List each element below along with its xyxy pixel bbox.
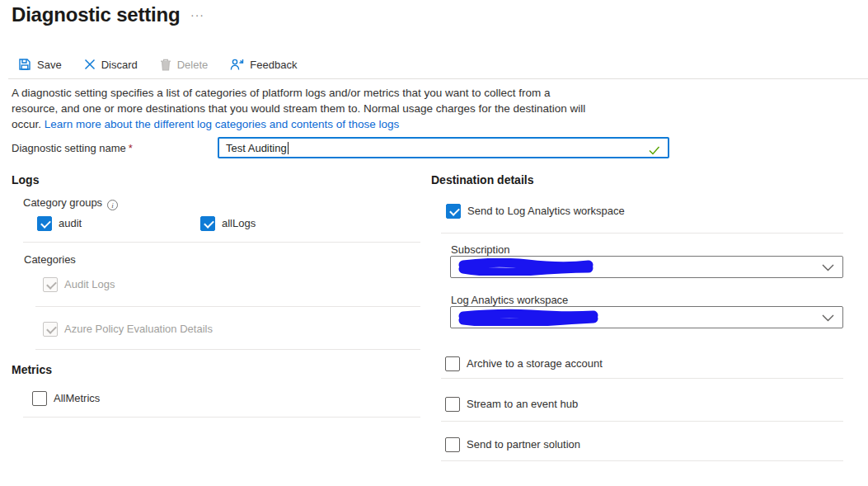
redacted-subscription-value xyxy=(457,258,595,276)
save-label: Save xyxy=(37,59,62,71)
partner-solution-label[interactable]: Send to partner solution xyxy=(467,437,580,452)
command-bar: Save Discard Delete Feedback xyxy=(18,54,297,75)
audit-label[interactable]: audit xyxy=(59,216,82,231)
page-description: A diagnostic setting specifies a list of… xyxy=(12,85,598,132)
delete-trash-icon xyxy=(160,59,171,71)
send-log-analytics-label[interactable]: Send to Log Analytics workspace xyxy=(467,204,625,219)
stream-event-hub-label[interactable]: Stream to an event hub xyxy=(467,397,578,412)
divider xyxy=(35,306,420,307)
save-floppy-icon xyxy=(18,58,31,71)
name-input-value: Test Auditing xyxy=(226,142,287,154)
checkbox-azure-policy: Azure Policy Evaluation Details xyxy=(43,322,213,337)
archive-storage-checkbox[interactable] xyxy=(445,356,460,371)
save-button[interactable]: Save xyxy=(18,58,62,71)
divider xyxy=(23,242,420,243)
category-groups-label: Category groupsi xyxy=(23,196,118,210)
logs-metrics-column: Logs Category groupsi audit allLogs Cate… xyxy=(12,169,420,433)
metrics-heading: Metrics xyxy=(12,363,52,376)
divider xyxy=(441,378,843,379)
learn-more-link[interactable]: Learn more about the different log categ… xyxy=(45,118,400,130)
workspace-label: Log Analytics workspace xyxy=(451,294,568,306)
checkbox-stream-event-hub[interactable]: Stream to an event hub xyxy=(445,397,578,412)
chevron-down-icon xyxy=(822,310,834,325)
categories-label: Categories xyxy=(24,253,76,266)
page-context-menu[interactable]: ··· xyxy=(190,8,204,21)
feedback-person-icon xyxy=(230,58,244,71)
page-title: Diagnostic setting xyxy=(12,3,180,26)
chevron-down-icon xyxy=(822,260,834,275)
name-field-label: Diagnostic setting name* xyxy=(12,142,133,154)
checkbox-audit-logs: Audit Logs xyxy=(43,277,115,292)
checkbox-partner-solution[interactable]: Send to partner solution xyxy=(445,437,580,452)
discard-label: Discard xyxy=(101,59,138,71)
send-log-analytics-checkbox[interactable] xyxy=(446,204,461,219)
feedback-button[interactable]: Feedback xyxy=(230,58,297,71)
subscription-label: Subscription xyxy=(451,243,510,256)
info-icon[interactable]: i xyxy=(107,200,118,210)
checkbox-audit[interactable]: audit xyxy=(37,216,82,231)
diagnostic-setting-name-input[interactable]: Test Auditing xyxy=(218,137,669,158)
checkbox-allmetrics[interactable]: AllMetrics xyxy=(32,391,100,406)
discard-button[interactable]: Discard xyxy=(84,59,138,71)
text-cursor xyxy=(288,142,289,154)
feedback-label: Feedback xyxy=(250,59,297,71)
delete-label: Delete xyxy=(177,59,209,71)
stream-event-hub-checkbox[interactable] xyxy=(445,397,460,412)
subscription-dropdown[interactable] xyxy=(450,256,843,278)
allmetrics-checkbox[interactable] xyxy=(32,391,47,406)
toolbar-divider xyxy=(8,78,868,79)
partner-solution-checkbox[interactable] xyxy=(445,437,460,452)
logs-heading: Logs xyxy=(12,173,39,186)
redacted-workspace-value xyxy=(457,309,598,326)
divider xyxy=(441,233,843,234)
alllogs-checkbox[interactable] xyxy=(200,216,215,231)
divider xyxy=(23,417,420,418)
audit-logs-label: Audit Logs xyxy=(64,277,115,292)
checkbox-send-log-analytics[interactable]: Send to Log Analytics workspace xyxy=(446,204,625,219)
archive-storage-label[interactable]: Archive to a storage account xyxy=(467,356,603,371)
destination-details-column: Destination details Send to Log Analytic… xyxy=(431,169,843,466)
allmetrics-label[interactable]: AllMetrics xyxy=(54,391,100,406)
discard-x-icon xyxy=(84,59,96,70)
delete-button: Delete xyxy=(160,59,209,71)
workspace-dropdown[interactable] xyxy=(450,306,843,328)
checkbox-archive-storage[interactable]: Archive to a storage account xyxy=(445,356,603,371)
alllogs-label[interactable]: allLogs xyxy=(222,216,256,231)
divider xyxy=(441,421,843,422)
required-asterisk: * xyxy=(129,142,133,154)
audit-checkbox[interactable] xyxy=(37,216,52,231)
azure-policy-checkbox xyxy=(43,322,58,337)
valid-checkmark-icon xyxy=(647,143,661,159)
checkbox-alllogs[interactable]: allLogs xyxy=(200,216,256,231)
divider xyxy=(35,349,420,350)
azure-policy-label: Azure Policy Evaluation Details xyxy=(64,322,213,337)
diagnostic-setting-page: Diagnostic setting ··· Save Discard Dele… xyxy=(0,0,868,486)
audit-logs-checkbox xyxy=(43,277,58,292)
divider xyxy=(441,460,843,461)
destination-details-heading: Destination details xyxy=(431,173,533,186)
